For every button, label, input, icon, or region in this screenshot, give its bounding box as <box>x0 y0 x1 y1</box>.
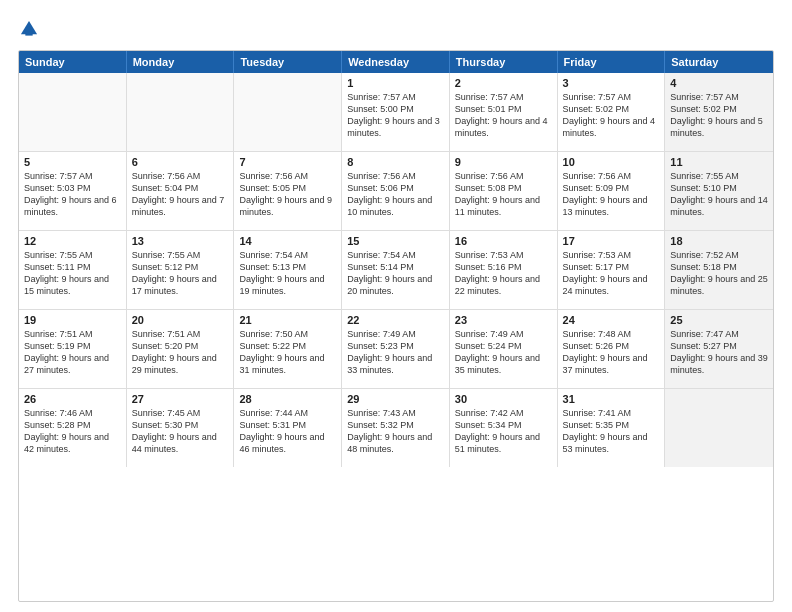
cell-text-line: Sunset: 5:08 PM <box>455 182 552 194</box>
cell-text-line: Daylight: 9 hours and 13 minutes. <box>563 194 660 218</box>
cell-text-line: Sunrise: 7:56 AM <box>132 170 229 182</box>
cell-text-line: Sunrise: 7:49 AM <box>455 328 552 340</box>
calendar-row: 19Sunrise: 7:51 AMSunset: 5:19 PMDayligh… <box>19 310 773 389</box>
cell-text-line: Daylight: 9 hours and 11 minutes. <box>455 194 552 218</box>
day-number: 15 <box>347 235 444 247</box>
cell-text-line: Daylight: 9 hours and 33 minutes. <box>347 352 444 376</box>
calendar-cell <box>665 389 773 467</box>
cell-text-line: Sunset: 5:00 PM <box>347 103 444 115</box>
page: SundayMondayTuesdayWednesdayThursdayFrid… <box>0 0 792 612</box>
cell-text-line: Daylight: 9 hours and 42 minutes. <box>24 431 121 455</box>
cell-text-line: Daylight: 9 hours and 31 minutes. <box>239 352 336 376</box>
cell-text-line: Daylight: 9 hours and 39 minutes. <box>670 352 768 376</box>
cell-text-line: Sunrise: 7:42 AM <box>455 407 552 419</box>
cell-text-line: Sunset: 5:23 PM <box>347 340 444 352</box>
cell-text-line: Sunset: 5:30 PM <box>132 419 229 431</box>
cell-text-line: Daylight: 9 hours and 7 minutes. <box>132 194 229 218</box>
calendar-cell: 6Sunrise: 7:56 AMSunset: 5:04 PMDaylight… <box>127 152 235 230</box>
cell-text-line: Daylight: 9 hours and 44 minutes. <box>132 431 229 455</box>
calendar-cell <box>19 73 127 151</box>
cell-text-line: Sunrise: 7:56 AM <box>239 170 336 182</box>
day-number: 12 <box>24 235 121 247</box>
calendar-cell: 4Sunrise: 7:57 AMSunset: 5:02 PMDaylight… <box>665 73 773 151</box>
calendar-row: 1Sunrise: 7:57 AMSunset: 5:00 PMDaylight… <box>19 73 773 152</box>
cell-text-line: Daylight: 9 hours and 5 minutes. <box>670 115 768 139</box>
day-number: 9 <box>455 156 552 168</box>
calendar-cell: 14Sunrise: 7:54 AMSunset: 5:13 PMDayligh… <box>234 231 342 309</box>
day-number: 23 <box>455 314 552 326</box>
cell-text-line: Daylight: 9 hours and 22 minutes. <box>455 273 552 297</box>
calendar-cell: 21Sunrise: 7:50 AMSunset: 5:22 PMDayligh… <box>234 310 342 388</box>
cell-text-line: Sunrise: 7:56 AM <box>563 170 660 182</box>
cell-text-line: Sunrise: 7:55 AM <box>670 170 768 182</box>
cell-text-line: Sunrise: 7:48 AM <box>563 328 660 340</box>
day-number: 1 <box>347 77 444 89</box>
cell-text-line: Daylight: 9 hours and 10 minutes. <box>347 194 444 218</box>
day-number: 20 <box>132 314 229 326</box>
day-number: 7 <box>239 156 336 168</box>
cell-text-line: Sunrise: 7:44 AM <box>239 407 336 419</box>
cell-text-line: Sunrise: 7:50 AM <box>239 328 336 340</box>
calendar-cell: 1Sunrise: 7:57 AMSunset: 5:00 PMDaylight… <box>342 73 450 151</box>
cell-text-line: Daylight: 9 hours and 37 minutes. <box>563 352 660 376</box>
cell-text-line: Daylight: 9 hours and 6 minutes. <box>24 194 121 218</box>
weekday-header: Monday <box>127 51 235 73</box>
cell-text-line: Sunrise: 7:45 AM <box>132 407 229 419</box>
cell-text-line: Sunset: 5:26 PM <box>563 340 660 352</box>
cell-text-line: Daylight: 9 hours and 20 minutes. <box>347 273 444 297</box>
day-number: 17 <box>563 235 660 247</box>
calendar-cell: 9Sunrise: 7:56 AMSunset: 5:08 PMDaylight… <box>450 152 558 230</box>
day-number: 18 <box>670 235 768 247</box>
cell-text-line: Sunset: 5:34 PM <box>455 419 552 431</box>
cell-text-line: Sunset: 5:22 PM <box>239 340 336 352</box>
calendar: SundayMondayTuesdayWednesdayThursdayFrid… <box>18 50 774 602</box>
cell-text-line: Sunrise: 7:55 AM <box>132 249 229 261</box>
calendar-header: SundayMondayTuesdayWednesdayThursdayFrid… <box>19 51 773 73</box>
cell-text-line: Sunrise: 7:51 AM <box>132 328 229 340</box>
day-number: 2 <box>455 77 552 89</box>
cell-text-line: Sunset: 5:09 PM <box>563 182 660 194</box>
cell-text-line: Daylight: 9 hours and 15 minutes. <box>24 273 121 297</box>
weekday-header: Wednesday <box>342 51 450 73</box>
cell-text-line: Sunset: 5:02 PM <box>670 103 768 115</box>
day-number: 28 <box>239 393 336 405</box>
cell-text-line: Sunrise: 7:57 AM <box>455 91 552 103</box>
cell-text-line: Sunrise: 7:57 AM <box>347 91 444 103</box>
cell-text-line: Daylight: 9 hours and 4 minutes. <box>455 115 552 139</box>
day-number: 10 <box>563 156 660 168</box>
cell-text-line: Sunrise: 7:57 AM <box>563 91 660 103</box>
cell-text-line: Sunset: 5:02 PM <box>563 103 660 115</box>
day-number: 4 <box>670 77 768 89</box>
weekday-header: Sunday <box>19 51 127 73</box>
calendar-row: 5Sunrise: 7:57 AMSunset: 5:03 PMDaylight… <box>19 152 773 231</box>
cell-text-line: Sunset: 5:19 PM <box>24 340 121 352</box>
calendar-cell: 17Sunrise: 7:53 AMSunset: 5:17 PMDayligh… <box>558 231 666 309</box>
calendar-cell: 29Sunrise: 7:43 AMSunset: 5:32 PMDayligh… <box>342 389 450 467</box>
calendar-cell: 13Sunrise: 7:55 AMSunset: 5:12 PMDayligh… <box>127 231 235 309</box>
day-number: 22 <box>347 314 444 326</box>
logo-icon <box>18 18 40 40</box>
cell-text-line: Daylight: 9 hours and 51 minutes. <box>455 431 552 455</box>
cell-text-line: Daylight: 9 hours and 17 minutes. <box>132 273 229 297</box>
day-number: 14 <box>239 235 336 247</box>
day-number: 27 <box>132 393 229 405</box>
cell-text-line: Sunset: 5:10 PM <box>670 182 768 194</box>
calendar-cell: 8Sunrise: 7:56 AMSunset: 5:06 PMDaylight… <box>342 152 450 230</box>
calendar-cell: 20Sunrise: 7:51 AMSunset: 5:20 PMDayligh… <box>127 310 235 388</box>
cell-text-line: Daylight: 9 hours and 46 minutes. <box>239 431 336 455</box>
cell-text-line: Sunset: 5:17 PM <box>563 261 660 273</box>
day-number: 24 <box>563 314 660 326</box>
calendar-cell: 28Sunrise: 7:44 AMSunset: 5:31 PMDayligh… <box>234 389 342 467</box>
calendar-row: 26Sunrise: 7:46 AMSunset: 5:28 PMDayligh… <box>19 389 773 467</box>
calendar-cell: 27Sunrise: 7:45 AMSunset: 5:30 PMDayligh… <box>127 389 235 467</box>
cell-text-line: Sunset: 5:13 PM <box>239 261 336 273</box>
cell-text-line: Daylight: 9 hours and 24 minutes. <box>563 273 660 297</box>
cell-text-line: Sunrise: 7:43 AM <box>347 407 444 419</box>
weekday-header: Saturday <box>665 51 773 73</box>
day-number: 8 <box>347 156 444 168</box>
cell-text-line: Sunrise: 7:49 AM <box>347 328 444 340</box>
cell-text-line: Sunrise: 7:56 AM <box>347 170 444 182</box>
day-number: 19 <box>24 314 121 326</box>
cell-text-line: Sunset: 5:11 PM <box>24 261 121 273</box>
day-number: 29 <box>347 393 444 405</box>
